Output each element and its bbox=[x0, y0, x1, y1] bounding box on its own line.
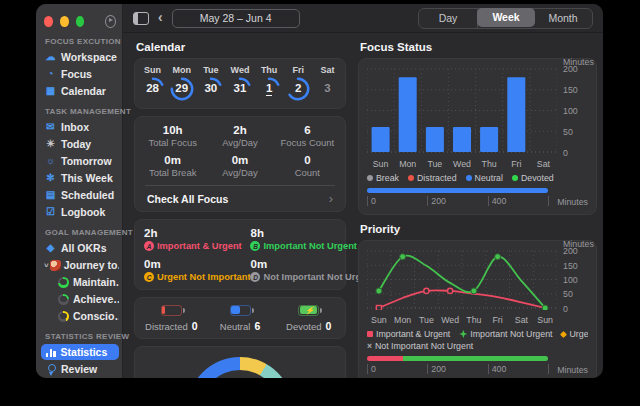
stat-label: Total Break bbox=[139, 167, 206, 178]
segment-month[interactable]: Month bbox=[534, 9, 592, 28]
sidebar-section-label: FOCUS EXCUTION bbox=[45, 37, 116, 46]
y-tick-label: 200 bbox=[563, 64, 578, 74]
x-axis-end-tick bbox=[548, 196, 552, 206]
legend-star-marker bbox=[459, 330, 467, 338]
battery-label: Neutral bbox=[220, 321, 251, 332]
sidebar-item-maintain[interactable]: Maintain… bbox=[41, 274, 119, 290]
calendar-section-title: Calendar bbox=[136, 41, 346, 53]
priority-summary-card: 2h AImportant & Urgent 8h BImportant Not… bbox=[134, 219, 346, 290]
priority-chart-card: SunMonTueWedThuFriSatSunMinutes050100150… bbox=[358, 240, 597, 378]
battery-label: Devoted bbox=[286, 321, 321, 332]
progress-ring-icon bbox=[58, 277, 69, 288]
status-summary-card: Distracted0 Neutral6 ⚡ Devoted0 bbox=[134, 297, 346, 339]
x-tick-label: Mon bbox=[394, 159, 421, 169]
x-axis-labels: SunMonTueWedThuFriSat bbox=[367, 159, 557, 169]
priority-plot bbox=[367, 248, 557, 310]
window-controls bbox=[44, 13, 116, 29]
sidebar: FOCUS EXCUTION☁Workspace◔Focus▦CalendarT… bbox=[36, 4, 123, 378]
focus-status-total-bar bbox=[367, 188, 548, 193]
legend-item: Important Not Urgent bbox=[459, 329, 552, 339]
axis-unit-label: Minutes bbox=[557, 197, 588, 207]
sidebar-item-tomorrow[interactable]: ☼Tomorrow bbox=[41, 153, 119, 169]
sidebar-item-label: This Week bbox=[61, 172, 113, 184]
x-tick-label: Sun bbox=[367, 159, 394, 169]
chevron-down-icon[interactable]: ˅ bbox=[44, 261, 49, 270]
sidebar-item-label: Conscio… bbox=[73, 310, 119, 322]
stat-value: 0m bbox=[139, 154, 206, 166]
battery-icon bbox=[230, 305, 251, 316]
cloud-icon: ☁ bbox=[44, 52, 57, 62]
x-tick-label: Thu bbox=[476, 159, 503, 169]
y-tick-label: 150 bbox=[563, 85, 578, 95]
sidebar-item-logbook[interactable]: ☑Logbook bbox=[41, 204, 119, 220]
sidebar-item-scheduled[interactable]: ▤Scheduled bbox=[41, 187, 119, 203]
content: Calendar Sun 28 Mon 29 Tue 30 Wed 31 Thu… bbox=[123, 33, 603, 378]
sidebar-item-label: Scheduled bbox=[61, 189, 114, 201]
toolbar: ‹ May 28 – Jun 4 DayWeekMonth bbox=[123, 4, 603, 33]
sidebar-item-workspace[interactable]: ☁Workspace bbox=[41, 49, 119, 65]
progress-ring-icon bbox=[58, 311, 69, 322]
priority-total-bar bbox=[367, 356, 548, 361]
calendar-day[interactable]: Fri 2 bbox=[284, 65, 313, 101]
day-progress-arc bbox=[286, 77, 310, 101]
sidebar-item-achieve[interactable]: Achieve… bbox=[41, 291, 119, 307]
sidebar-item-focus[interactable]: ◔Focus bbox=[41, 66, 119, 82]
priority-title: Priority bbox=[360, 223, 597, 235]
day-number: 3 bbox=[324, 83, 330, 95]
zoom-button[interactable] bbox=[76, 16, 85, 27]
sidebar-item-all-okrs[interactable]: ◈All OKRs bbox=[41, 240, 119, 256]
check-all-focus-row[interactable]: Check All Focus › bbox=[139, 186, 341, 211]
minimize-button[interactable] bbox=[60, 16, 69, 27]
segment-day[interactable]: Day bbox=[419, 9, 478, 28]
day-progress-arc bbox=[170, 77, 194, 101]
bar-chart-icon bbox=[46, 348, 56, 357]
record-icon[interactable] bbox=[105, 15, 116, 28]
calendar-day[interactable]: Thu 1 bbox=[255, 65, 284, 101]
calendar-day[interactable]: Tue 30 bbox=[196, 65, 225, 101]
sidebar-item-statistics[interactable]: Statistics bbox=[41, 344, 119, 360]
date-range-field[interactable]: May 28 – Jun 4 bbox=[172, 9, 300, 28]
medal-icon bbox=[47, 364, 55, 375]
total-bar-segment bbox=[367, 188, 548, 193]
focus-status-title: Focus Status bbox=[360, 41, 597, 53]
stat-cell: 2hAvg/Day bbox=[206, 124, 273, 148]
sidebar-item-this-week[interactable]: ✻This Week bbox=[41, 170, 119, 186]
calendar-column: Calendar Sun 28 Mon 29 Tue 30 Wed 31 Thu… bbox=[123, 33, 355, 378]
close-button[interactable] bbox=[44, 16, 53, 27]
journey-emoji-icon bbox=[50, 260, 61, 271]
calendar-day[interactable]: Sun 28 bbox=[138, 65, 167, 101]
sidebar-item-today[interactable]: ☀Today bbox=[41, 136, 119, 152]
x-tick-label: Thu bbox=[462, 315, 486, 325]
x-tick-label: Sat bbox=[530, 159, 557, 169]
legend-dot-marker bbox=[466, 175, 472, 181]
legend-item: Urgent Not Important bbox=[561, 329, 588, 339]
sidebar-item-inbox[interactable]: ✉Inbox bbox=[41, 119, 119, 135]
legend-item: Break bbox=[367, 173, 399, 183]
lightning-icon: ⚡ bbox=[305, 306, 315, 315]
check-all-focus-label: Check All Focus bbox=[147, 193, 228, 205]
calendar-day[interactable]: Wed 31 bbox=[225, 65, 254, 101]
stat-value: 2h bbox=[206, 124, 273, 136]
x-tick-label: Fri bbox=[486, 315, 510, 325]
previous-period-chevron[interactable]: ‹ bbox=[158, 10, 163, 24]
x-axis-tick: 0 bbox=[367, 364, 376, 374]
calendar-day[interactable]: Sat 3 bbox=[313, 65, 342, 101]
stat-cell: 10hTotal Focus bbox=[139, 124, 206, 148]
quadrant-letter-badge: B bbox=[250, 241, 260, 251]
sidebar-item-label: Logbook bbox=[61, 206, 105, 218]
sidebar-item-calendar[interactable]: ▦Calendar bbox=[41, 83, 119, 99]
clipboard-icon: ▤ bbox=[44, 190, 57, 200]
segment-week[interactable]: Week bbox=[477, 8, 535, 27]
sidebar-item-conscio[interactable]: Conscio… bbox=[41, 308, 119, 324]
legend-diamond-marker bbox=[560, 330, 567, 337]
sidebar-item-label: Achieve… bbox=[73, 293, 119, 305]
quadrant-value: 2h bbox=[144, 227, 250, 239]
snowflake-icon: ✻ bbox=[44, 173, 57, 183]
clock-icon: ◔ bbox=[44, 69, 57, 79]
sidebar-toggle-icon[interactable] bbox=[133, 12, 149, 25]
x-axis-tick: 400 bbox=[488, 364, 507, 374]
sidebar-item-review[interactable]: Review bbox=[41, 361, 119, 377]
calendar-day[interactable]: Mon 29 bbox=[167, 65, 196, 101]
sidebar-item-journey-to[interactable]: ˅Journey to… bbox=[41, 257, 119, 273]
legend-dot-marker bbox=[367, 175, 373, 181]
